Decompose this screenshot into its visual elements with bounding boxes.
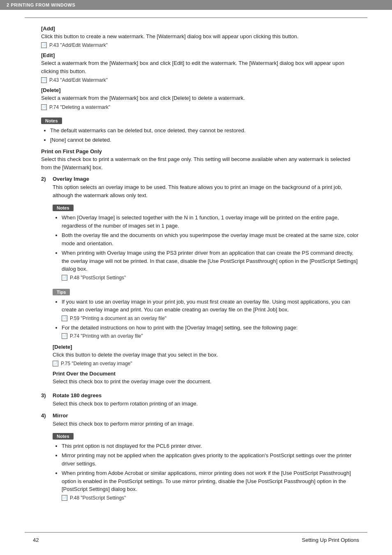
add-ref-text: P.43 "Add/Edit Watermark" xyxy=(49,42,108,48)
notes3-list: This print option is not displayed for t… xyxy=(53,442,359,502)
add-section: [Add] Click this button to create a new … xyxy=(41,25,359,48)
delete2-section: [Delete] Click this button to delete the… xyxy=(53,344,359,366)
rotate-number: 3) xyxy=(41,392,53,410)
overlay-number: 2) xyxy=(41,176,53,390)
delete2-body: Click this button to delete the overlay … xyxy=(53,351,359,359)
tips-item2-ref-text: P.74 "Printing with an overlay file" xyxy=(70,332,143,340)
notes1-label: Notes xyxy=(45,118,58,123)
footer-page: 42 xyxy=(33,537,39,543)
list-item: If you want to use an overlay image in y… xyxy=(62,298,359,322)
tips-section: Tips If you want to use an overlay image… xyxy=(53,286,359,340)
list-item: When [Overlay Image] is selected togethe… xyxy=(62,214,359,230)
page-header: 2 PRINTING FROM WINDOWS xyxy=(0,0,392,10)
tips-item2-ref: 📄 P.74 "Printing with an overlay file" xyxy=(62,332,359,340)
edit-ref: 📄 P.43 "Add/Edit Watermark" xyxy=(41,77,359,83)
list-item: When printing with Overlay Image using t… xyxy=(62,249,359,281)
main-content: [Add] Click this button to create a new … xyxy=(0,18,392,525)
list-item: For the detailed instructions on how to … xyxy=(62,324,359,340)
delete1-label: [Delete] xyxy=(41,87,359,93)
print-over-doc-label: Print Over the Document xyxy=(53,371,359,377)
overlay-content: Overlay Image This option selects an ove… xyxy=(53,176,359,390)
notes1-section: Notes The default watermarks can be dele… xyxy=(41,114,359,144)
add-body: Click this button to create a new waterm… xyxy=(41,32,359,41)
add-ref: 📄 P.43 "Add/Edit Watermark" xyxy=(41,42,359,48)
delete1-ref-text: P.74 "Deleting a watermark" xyxy=(49,104,110,110)
header-label: 2 PRINTING FROM WINDOWS xyxy=(7,2,75,7)
list-item: When printing from Adobe Acrobat or simi… xyxy=(62,469,359,502)
add-label: [Add] xyxy=(41,25,359,32)
overlay-body: This option selects an overlay image to … xyxy=(53,183,359,200)
edit-body: Select a watermark from the [Watermark] … xyxy=(41,59,359,76)
rotate-content: Rotate 180 degrees Select this check box… xyxy=(53,392,359,410)
notes2-ref-text: P.48 "PostScript Settings" xyxy=(70,274,126,281)
notes3-ref-icon: 📄 xyxy=(62,495,67,501)
tips-item1-text: If you want to use an overlay image in y… xyxy=(62,299,350,313)
list-item: [None] cannot be deleted. xyxy=(50,136,359,144)
rotate-item: 3) Rotate 180 degrees Select this check … xyxy=(41,392,359,410)
notes2-ref: 📄 P.48 "PostScript Settings" xyxy=(62,274,359,281)
notes1-list: The default watermarks can be deleted bu… xyxy=(41,127,359,144)
tips-list: If you want to use an overlay image in y… xyxy=(53,298,359,340)
rotate-label: Rotate 180 degrees xyxy=(53,392,359,398)
delete2-ref-text: P.75 "Deleting an overlay image" xyxy=(61,361,132,366)
add-ref-icon: 📄 xyxy=(41,42,47,48)
notes2-ref-icon: 📄 xyxy=(62,275,67,281)
delete2-ref-icon: 📄 xyxy=(53,361,58,366)
notes2-label: Notes xyxy=(57,205,69,210)
delete1-ref-icon: 📄 xyxy=(41,104,47,110)
tips-item1-ref-text: P.59 "Printing a document as an overlay … xyxy=(70,315,166,322)
delete1-body: Select a watermark from the [Watermark] … xyxy=(41,94,359,102)
mirror-item: 4) Mirror Select this check box to perfo… xyxy=(41,412,359,506)
tips-item2-ref-icon: 📄 xyxy=(62,333,67,339)
list-item: Both the overlay file and the documents … xyxy=(62,231,359,247)
edit-ref-icon: 📄 xyxy=(41,77,47,83)
notes3-ref: 📄 P.48 "PostScript Settings" xyxy=(62,494,359,502)
list-item: Mirror printing may not be applied when … xyxy=(62,451,359,467)
print-over-doc-body: Select this check box to print the overl… xyxy=(53,378,359,386)
print-over-doc-section: Print Over the Document Select this chec… xyxy=(53,371,359,386)
notes3-label: Notes xyxy=(57,434,69,439)
mirror-body: Select this check box to perform mirror … xyxy=(53,420,359,428)
print-first-page-body: Select this check box to print a waterma… xyxy=(41,155,359,172)
tips-box: Tips xyxy=(53,289,70,295)
overlay-label: Overlay Image xyxy=(53,176,359,182)
delete2-label: [Delete] xyxy=(53,344,359,350)
list-item: The default watermarks can be deleted bu… xyxy=(50,127,359,135)
notes1-box: Notes xyxy=(41,117,62,124)
edit-section: [Edit] Select a watermark from the [Wate… xyxy=(41,52,359,83)
notes2-item3: When printing with Overlay Image using t… xyxy=(62,250,357,272)
notes3-ref-text: P.48 "PostScript Settings" xyxy=(70,494,126,502)
tips-label: Tips xyxy=(57,290,66,295)
notes2-list: When [Overlay Image] is selected togethe… xyxy=(53,214,359,281)
tips-item1-ref-icon: 📄 xyxy=(62,315,67,321)
notes3-box: Notes xyxy=(53,433,74,440)
tips-item2-text: For the detailed instructions on how to … xyxy=(62,325,297,331)
delete1-section: [Delete] Select a watermark from the [Wa… xyxy=(41,87,359,110)
delete1-ref: 📄 P.74 "Deleting a watermark" xyxy=(41,104,359,110)
notes3-section: Notes This print option is not displayed… xyxy=(53,430,359,502)
list-item: This print option is not displayed for t… xyxy=(62,442,359,450)
mirror-label: Mirror xyxy=(53,412,359,419)
edit-label: [Edit] xyxy=(41,52,359,58)
delete2-ref: 📄 P.75 "Deleting an overlay image" xyxy=(53,361,359,366)
tips-item1-ref: 📄 P.59 "Printing a document as an overla… xyxy=(62,315,359,322)
edit-ref-text: P.43 "Add/Edit Watermark" xyxy=(49,77,108,83)
rotate-body: Select this check box to perform rotatio… xyxy=(53,400,359,408)
notes2-box: Notes xyxy=(53,205,74,211)
footer-content: 42 Setting Up Print Options xyxy=(33,537,359,543)
overlay-image-item: 2) Overlay Image This option selects an … xyxy=(41,176,359,390)
notes3-item3: When printing from Adobe Acrobat or simi… xyxy=(62,470,351,492)
print-first-page-label: Print on First Page Only xyxy=(41,148,359,154)
footer-text: Setting Up Print Options xyxy=(302,537,359,543)
print-first-page-section: Print on First Page Only Select this che… xyxy=(41,148,359,172)
page-footer: 42 Setting Up Print Options xyxy=(0,533,392,547)
notes2-section: Notes When [Overlay Image] is selected t… xyxy=(53,201,359,281)
mirror-number: 4) xyxy=(41,412,53,506)
mirror-content: Mirror Select this check box to perform … xyxy=(53,412,359,506)
